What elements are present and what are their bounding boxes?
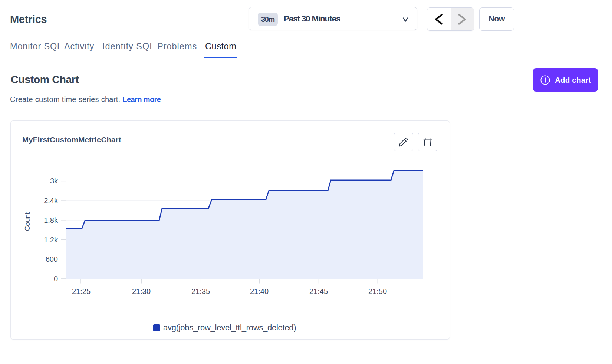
svg-text:3k: 3k [50,177,58,185]
svg-text:21:50: 21:50 [368,287,387,295]
svg-text:600: 600 [46,255,58,263]
svg-text:1.8k: 1.8k [44,216,58,224]
svg-text:1.2k: 1.2k [44,236,58,244]
svg-text:21:40: 21:40 [250,287,269,295]
svg-text:21:45: 21:45 [309,287,328,295]
svg-text:21:35: 21:35 [191,287,210,295]
svg-text:21:30: 21:30 [132,287,151,295]
svg-text:0: 0 [54,275,58,283]
svg-text:21:25: 21:25 [72,287,91,295]
svg-text:2.4k: 2.4k [44,196,58,205]
svg-text:Count: Count [23,212,31,231]
